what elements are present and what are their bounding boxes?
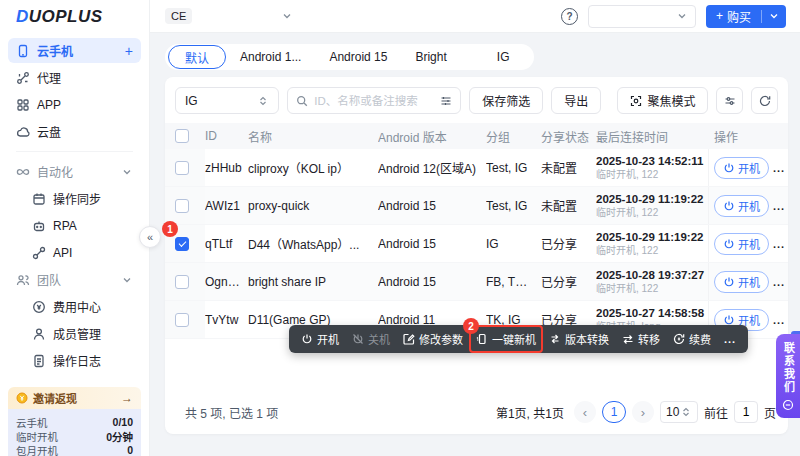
add-cloud-phone-button[interactable]: + (125, 43, 133, 59)
chevron-down-icon (676, 10, 688, 22)
power-icon (723, 276, 735, 288)
device-share-status: 未配置 (541, 159, 596, 176)
tab-android-1[interactable]: Android 1... (226, 44, 315, 70)
toolbar-one-key-new-device[interactable]: 2 一键新机 (476, 331, 536, 347)
table-header: ID 名称 Android 版本 分组 分享状态 最后连接时间 操作 (165, 123, 788, 149)
prev-page-button[interactable]: ‹ (574, 401, 596, 423)
column-settings-button[interactable] (716, 87, 743, 114)
toolbar-renew[interactable]: 续费 (673, 331, 711, 347)
current-page-button[interactable]: 1 (602, 401, 626, 423)
sidebar-item-billing-center[interactable]: 费用中心 (8, 294, 141, 319)
page-size-select[interactable]: 10 (660, 401, 698, 423)
device-id: AWIz1 (205, 199, 248, 213)
row-more-button[interactable]: ... (773, 314, 785, 326)
sidebar-collapse-button[interactable]: « (139, 226, 161, 248)
toolbar-more-button[interactable]: ... (724, 333, 736, 345)
tab-default[interactable]: 默认 (168, 45, 226, 69)
row-more-button[interactable]: ... (773, 276, 785, 288)
tab-ig[interactable]: IG (483, 44, 524, 70)
device-last-connect: 2025-10-29 11:19:22临时开机, 122 (596, 193, 708, 219)
toolbar-transfer[interactable]: 转移 (622, 331, 660, 347)
row-checkbox[interactable] (175, 161, 189, 175)
power-on-button[interactable]: 开机 (714, 233, 769, 255)
search-box (287, 87, 461, 114)
sidebar-nav: 云手机 + 代理 APP 云盘 自动化 操作同步 RPA (0, 34, 149, 373)
sidebar-item-rpa[interactable]: RPA (8, 213, 141, 238)
sidebar-group-team[interactable]: 团队 (8, 267, 141, 292)
focus-mode-button[interactable]: 聚焦模式 (617, 87, 708, 114)
team-icon (16, 273, 30, 287)
row-checkbox[interactable] (175, 313, 189, 327)
sync-icon (32, 192, 46, 206)
cloud-icon (16, 125, 30, 139)
col-id: ID (205, 129, 248, 143)
sidebar-item-operation-log[interactable]: 操作日志 (8, 348, 141, 373)
buy-dropdown-button[interactable] (762, 10, 786, 22)
select-all-checkbox[interactable] (175, 129, 189, 143)
table-row: OgnAQ bright share IP Android 15 FB, TK,… (165, 263, 788, 301)
sidebar-group-automation[interactable]: 自动化 (8, 159, 141, 184)
power-icon (723, 162, 735, 174)
toolbar-modify-params[interactable]: 修改参数 (403, 331, 463, 347)
export-button[interactable]: 导出 (551, 87, 601, 114)
goto-page-input[interactable] (737, 405, 755, 419)
col-share-status: 分享状态 (541, 128, 596, 145)
stat-row: 云手机0/10 (16, 415, 133, 429)
device-name: proxy-quick (248, 199, 378, 213)
toolbar-power-on[interactable]: 开机 (301, 331, 339, 347)
row-more-button[interactable]: ... (773, 200, 785, 212)
device-id: OgnAQ (205, 275, 248, 289)
sidebar-item-proxy[interactable]: 代理 (8, 65, 141, 90)
row-checkbox-checked[interactable] (175, 237, 189, 251)
buy-label: 购买 (727, 8, 751, 25)
col-group: 分组 (486, 128, 541, 145)
sidebar-item-member-management[interactable]: 成员管理 (8, 321, 141, 346)
buy-button[interactable]: +购买 (706, 5, 786, 28)
device-name: D44（WhatsApp）... (248, 235, 378, 252)
sidebar-item-operation-sync[interactable]: 操作同步 (8, 186, 141, 211)
invite-cashback-banner[interactable]: 邀请返现 → (8, 387, 141, 409)
group-tabs: 默认 Android 1... Android 15 Bright IG (165, 44, 534, 70)
account-select[interactable] (588, 5, 696, 28)
device-last-connect: 2025-10-28 19:37:27临时开机, 122 (596, 269, 708, 295)
renew-icon (673, 333, 685, 345)
row-checkbox[interactable] (175, 275, 189, 289)
workspace-select[interactable]: CE (165, 8, 293, 24)
sidebar-item-cloud-disk[interactable]: 云盘 (8, 119, 141, 144)
edit-params-icon (403, 333, 415, 345)
search-input[interactable] (314, 95, 434, 107)
main-content: 默认 Android 1... Android 15 Bright IG IG … (150, 33, 800, 456)
refresh-button[interactable] (751, 87, 778, 114)
proxy-icon (16, 71, 30, 85)
duoplus-cloud-phone-app: { "glyphs": {"plus": "+", "collapse": "«… (0, 0, 800, 456)
infinity-icon (16, 165, 30, 179)
power-on-button[interactable]: 开机 (714, 157, 769, 179)
col-operation: 操作 (708, 123, 788, 149)
chevron-down-icon (281, 10, 293, 22)
sidebar-item-api[interactable]: API (8, 240, 141, 265)
tab-android-15[interactable]: Android 15 (315, 44, 401, 70)
tab-bright[interactable]: Bright (401, 44, 460, 70)
row-more-button[interactable]: ... (773, 238, 785, 250)
next-page-button[interactable]: › (632, 401, 654, 423)
row-checkbox[interactable] (175, 199, 189, 213)
sidebar-item-cloud-phone[interactable]: 云手机 + (8, 38, 141, 63)
help-button[interactable]: ? (561, 8, 578, 25)
collapse-icon: « (147, 231, 153, 243)
member-icon (32, 327, 46, 341)
sidebar-item-app[interactable]: APP (8, 92, 141, 117)
chat-icon (782, 399, 794, 411)
topbar: CE ? +购买 (150, 0, 800, 33)
sidebar-group-label: 团队 (37, 271, 114, 288)
power-on-button[interactable]: 开机 (714, 195, 769, 217)
save-filter-button[interactable]: 保存筛选 (469, 87, 543, 114)
filter-sliders-icon[interactable] (440, 95, 452, 107)
device-android: Android 12(区域A) (378, 159, 486, 176)
contact-us-button[interactable]: 联系我们 (776, 334, 800, 418)
row-more-button[interactable]: ... (773, 162, 785, 174)
group-filter-select[interactable]: IG (175, 87, 279, 114)
sidebar-item-label: RPA (53, 219, 133, 233)
toolbar-version-convert[interactable]: 版本转换 (549, 331, 609, 347)
device-group: FB, TK, IG (486, 275, 541, 289)
power-on-button[interactable]: 开机 (714, 271, 769, 293)
